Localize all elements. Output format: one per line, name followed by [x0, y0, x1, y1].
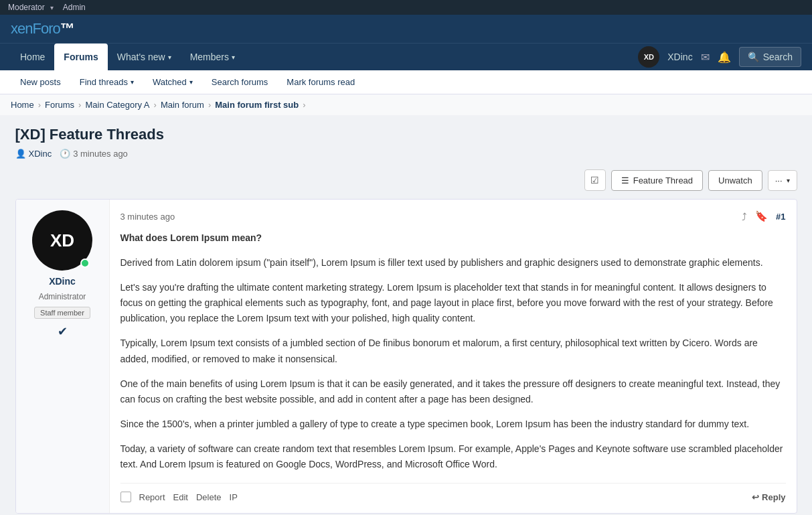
breadcrumb-main-category-a[interactable]: Main Category A — [85, 100, 149, 110]
breadcrumb-sep-1: › — [38, 100, 41, 110]
author-name[interactable]: XDinc — [49, 276, 76, 287]
search-icon: 🔍 — [748, 52, 759, 62]
find-threads-link[interactable]: Find threads ▾ — [70, 70, 143, 94]
verified-icon: ✔ — [58, 324, 68, 339]
thread-author-link[interactable]: XDinc — [29, 149, 52, 159]
checkbox-icon: ☑ — [590, 175, 599, 186]
clock-icon: 🕐 — [60, 149, 70, 159]
author-badge: Staff member — [34, 307, 90, 319]
unwatch-label: Unwatch — [718, 175, 752, 186]
breadcrumb-sep-5: › — [303, 100, 305, 110]
breadcrumb-main-forum[interactable]: Main forum — [161, 100, 204, 110]
logo-foro: Foro — [32, 20, 60, 37]
admin-bar: Moderator ▾ Admin — [0, 0, 812, 15]
find-threads-label: Find threads — [80, 77, 128, 87]
watched-label: Watched — [153, 77, 187, 87]
post-p5: Since the 1500's, when a printer jumbled… — [120, 417, 786, 432]
members-label: Members — [190, 52, 229, 62]
share-icon[interactable]: ⤴ — [742, 211, 747, 222]
watched-chevron: ▾ — [189, 78, 193, 86]
more-icon: ··· — [775, 175, 783, 186]
breadcrumb-current: Main forum first sub — [215, 100, 299, 110]
post-heading: What does Lorem Ipsum mean? — [120, 230, 786, 246]
bookmark-icon[interactable]: 🔖 — [755, 210, 768, 222]
feature-icon: ☰ — [621, 175, 629, 186]
author-avatar[interactable]: XD — [32, 210, 92, 271]
nav-forums[interactable]: Forums — [54, 44, 107, 70]
mark-forums-read-link[interactable]: Mark forums read — [277, 70, 364, 94]
reply-label: Reply — [762, 492, 785, 502]
thread-actions: ☑ ☰ Feature Thread Unwatch ··· ▾ — [15, 169, 797, 191]
feature-label: Feature Thread — [633, 175, 693, 186]
post-author-sidebar: XD XDinc Administrator Staff member ✔ — [16, 200, 110, 513]
site-header: xenForo™ — [0, 15, 812, 43]
main-nav: Home Forums What's new ▾ Members ▾ XD XD… — [0, 43, 812, 70]
author-role: Administrator — [39, 292, 86, 301]
post-p1: Derived from Latin dolorem ipsum ("pain … — [120, 255, 786, 271]
breadcrumb-home[interactable]: Home — [11, 100, 34, 110]
thread-meta: 👤 XDinc 🕐 3 minutes ago — [15, 149, 797, 159]
online-indicator — [80, 259, 90, 268]
mail-icon[interactable]: ✉ — [701, 51, 710, 64]
moderator-link[interactable]: Moderator — [8, 3, 45, 12]
report-link[interactable]: Report — [139, 492, 165, 502]
post-body: 3 minutes ago ⤴ 🔖 #1 What does Lorem Ips… — [110, 200, 797, 513]
nav-members[interactable]: Members ▾ — [181, 44, 244, 70]
thread-timestamp: 3 minutes ago — [73, 149, 128, 159]
search-button[interactable]: 🔍 Search — [739, 47, 801, 67]
watched-link[interactable]: Watched ▾ — [143, 70, 202, 94]
post-text: What does Lorem Ipsum mean? Derived from… — [120, 230, 786, 472]
edit-link[interactable]: Edit — [173, 492, 188, 502]
reply-button[interactable]: ↩ Reply — [752, 492, 785, 502]
post-actions-top: ⤴ 🔖 #1 — [742, 210, 785, 222]
unwatch-button[interactable]: Unwatch — [708, 170, 762, 191]
whats-new-label: What's new — [117, 52, 165, 62]
post-p3: Typically, Lorem Ipsum text consists of … — [120, 336, 786, 366]
breadcrumb: Home › Forums › Main Category A › Main f… — [0, 94, 812, 115]
site-logo[interactable]: xenForo™ — [11, 20, 74, 38]
logo-xen: xen — [11, 20, 32, 37]
delete-link[interactable]: Delete — [196, 492, 222, 502]
breadcrumb-forums[interactable]: Forums — [45, 100, 74, 110]
author-initials: XD — [50, 230, 74, 251]
dropdown-arrow: ▾ — [50, 4, 54, 11]
post-timestamp: 3 minutes ago — [120, 212, 175, 222]
search-forums-link[interactable]: Search forums — [202, 70, 278, 94]
breadcrumb-sep-3: › — [154, 100, 157, 110]
thread-timestamp-meta: 🕐 3 minutes ago — [60, 149, 128, 159]
bell-icon[interactable]: 🔔 — [718, 51, 731, 64]
select-checkbox[interactable]: ☑ — [584, 169, 606, 191]
search-label: Search — [763, 52, 793, 62]
nav-whats-new[interactable]: What's new ▾ — [108, 44, 181, 70]
find-threads-chevron: ▾ — [131, 78, 134, 86]
more-options-button[interactable]: ··· ▾ — [768, 170, 797, 191]
sub-nav: New posts Find threads ▾ Watched ▾ Searc… — [0, 70, 812, 94]
ip-link[interactable]: IP — [230, 492, 238, 502]
more-chevron: ▾ — [787, 177, 790, 184]
user-name[interactable]: XDinc — [667, 52, 692, 62]
author-icon: 👤 — [15, 149, 26, 159]
breadcrumb-sep-4: › — [208, 100, 211, 110]
post-p4: One of the main benefits of using Lorem … — [120, 376, 786, 407]
thread-author-meta: 👤 XDinc — [15, 149, 52, 159]
post-footer: Report Edit Delete IP ↩ Reply — [120, 483, 786, 502]
user-avatar[interactable]: XD — [638, 46, 659, 68]
post-number: #1 — [776, 212, 785, 222]
breadcrumb-sep-2: › — [78, 100, 81, 110]
post-p2: Let's say you're drafting the ultimate c… — [120, 280, 786, 326]
post-select-checkbox[interactable] — [120, 492, 131, 502]
post-p6: Today, a variety of software can create … — [120, 441, 786, 472]
page-content: [XD] Feature Threads 👤 XDinc 🕐 3 minutes… — [5, 115, 808, 515]
new-posts-link[interactable]: New posts — [11, 70, 70, 94]
feature-thread-button[interactable]: ☰ Feature Thread — [611, 170, 703, 191]
user-area: XD XDinc ✉ 🔔 🔍 Search — [638, 46, 801, 68]
post-heading-text: What does Lorem Ipsum mean? — [120, 232, 262, 243]
admin-link[interactable]: Admin — [63, 3, 86, 12]
post-card: XD XDinc Administrator Staff member ✔ 3 … — [15, 199, 797, 514]
reply-icon: ↩ — [752, 492, 759, 502]
members-chevron: ▾ — [232, 54, 235, 61]
thread-title: [XD] Feature Threads — [15, 126, 797, 143]
whats-new-chevron: ▾ — [168, 54, 171, 61]
nav-home[interactable]: Home — [11, 44, 54, 70]
post-header: 3 minutes ago ⤴ 🔖 #1 — [120, 210, 786, 222]
